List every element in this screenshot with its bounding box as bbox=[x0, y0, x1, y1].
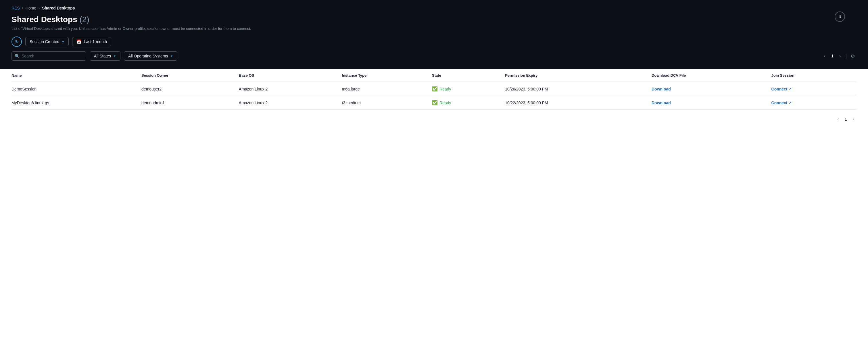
page-description: List of Virtual Desktops shared with you… bbox=[11, 26, 857, 31]
cell-os-1: Amazon Linux 2 bbox=[239, 96, 342, 110]
col-download-dcv: Download DCV File bbox=[652, 69, 771, 82]
table-row: DemoSession demouser2 Amazon Linux 2 m6a… bbox=[11, 82, 857, 96]
page-count: (2) bbox=[80, 15, 89, 24]
ready-icon-0: ✅ bbox=[432, 86, 438, 92]
cell-expiry-0: 10/26/2023, 5:00:00 PM bbox=[505, 82, 652, 96]
cell-download-1[interactable]: Download bbox=[652, 96, 771, 110]
breadcrumb-current: Shared Desktops bbox=[42, 6, 75, 10]
info-button[interactable]: ℹ bbox=[835, 11, 845, 22]
refresh-icon: ↻ bbox=[15, 39, 19, 44]
current-page-number: 1 bbox=[830, 54, 835, 58]
ready-icon-1: ✅ bbox=[432, 100, 438, 105]
breadcrumb-home[interactable]: Home bbox=[26, 6, 36, 10]
external-link-icon-0: ↗ bbox=[789, 87, 792, 91]
chevron-icon-2: › bbox=[38, 6, 40, 10]
connect-link-1[interactable]: Connect ↗ bbox=[771, 100, 852, 105]
all-states-dropdown[interactable]: All States ▼ bbox=[90, 52, 120, 61]
session-created-dropdown[interactable]: Session Created ▼ bbox=[25, 37, 69, 46]
bottom-page-number: 1 bbox=[843, 117, 848, 122]
cell-owner-1: demoadmin1 bbox=[142, 96, 239, 110]
session-created-label: Session Created bbox=[30, 39, 60, 44]
bottom-prev-button[interactable]: ‹ bbox=[835, 116, 841, 123]
table-header-row: Name Session Owner Base OS Instance Type… bbox=[11, 69, 857, 82]
prev-page-button[interactable]: ‹ bbox=[822, 52, 828, 60]
filters-row-1: ↻ Session Created ▼ 📅 Last 1 month bbox=[11, 36, 857, 47]
col-permission-expiry: Permission Expiry bbox=[505, 69, 652, 82]
search-input[interactable] bbox=[11, 52, 86, 61]
state-label-1: Ready bbox=[439, 100, 451, 105]
cell-connect-0[interactable]: Connect ↗ bbox=[771, 82, 857, 96]
cell-instance-1: t3.medium bbox=[342, 96, 432, 110]
states-dropdown-arrow-icon: ▼ bbox=[113, 55, 116, 58]
search-wrapper: 🔍 bbox=[11, 52, 86, 61]
col-base-os: Base OS bbox=[239, 69, 342, 82]
table-area: Name Session Owner Base OS Instance Type… bbox=[0, 69, 868, 110]
download-link-1[interactable]: Download bbox=[652, 100, 767, 105]
breadcrumb: RES › Home › Shared Desktops bbox=[11, 6, 857, 10]
col-instance-type: Instance Type bbox=[342, 69, 432, 82]
calendar-icon: 📅 bbox=[76, 39, 81, 44]
cell-download-0[interactable]: Download bbox=[652, 82, 771, 96]
cell-owner-0: demouser2 bbox=[142, 82, 239, 96]
cell-expiry-1: 10/22/2023, 5:00:00 PM bbox=[505, 96, 652, 110]
search-filter-row: 🔍 All States ▼ All Operating Systems ▼ ‹… bbox=[11, 52, 857, 61]
table-row: MyDesktop6-linux-gs demoadmin1 Amazon Li… bbox=[11, 96, 857, 110]
cell-os-0: Amazon Linux 2 bbox=[239, 82, 342, 96]
divider: | bbox=[845, 53, 847, 59]
cell-connect-1[interactable]: Connect ↗ bbox=[771, 96, 857, 110]
cell-name-1: MyDesktop6-linux-gs bbox=[11, 96, 142, 110]
connect-link-0[interactable]: Connect ↗ bbox=[771, 87, 852, 91]
col-join-session: Join Session bbox=[771, 69, 857, 82]
external-link-icon-1: ↗ bbox=[789, 101, 792, 105]
cell-state-0: ✅ Ready bbox=[432, 82, 505, 96]
page-title: Shared Desktops (2) bbox=[11, 15, 857, 24]
download-link-0[interactable]: Download bbox=[652, 87, 767, 91]
chevron-icon-1: › bbox=[22, 6, 23, 10]
last-month-label: Last 1 month bbox=[84, 39, 107, 44]
cell-state-1: ✅ Ready bbox=[432, 96, 505, 110]
info-icon: ℹ bbox=[839, 14, 841, 19]
all-states-label: All States bbox=[94, 54, 111, 58]
col-session-owner: Session Owner bbox=[142, 69, 239, 82]
next-page-button[interactable]: › bbox=[837, 52, 843, 60]
breadcrumb-res[interactable]: RES bbox=[11, 6, 20, 10]
all-os-dropdown[interactable]: All Operating Systems ▼ bbox=[124, 52, 177, 61]
dropdown-arrow-icon: ▼ bbox=[62, 40, 65, 43]
cell-instance-0: m6a.large bbox=[342, 82, 432, 96]
sessions-table: Name Session Owner Base OS Instance Type… bbox=[11, 69, 857, 110]
table-settings-button[interactable]: ⚙ bbox=[849, 52, 857, 60]
header-pagination: ‹ 1 › | ⚙ bbox=[822, 52, 857, 60]
col-name: Name bbox=[11, 69, 142, 82]
settings-icon: ⚙ bbox=[851, 54, 855, 59]
refresh-button[interactable]: ↻ bbox=[11, 36, 22, 47]
os-dropdown-arrow-icon: ▼ bbox=[170, 55, 173, 58]
all-os-label: All Operating Systems bbox=[128, 54, 168, 58]
cell-name-0: DemoSession bbox=[11, 82, 142, 96]
last-month-dropdown[interactable]: 📅 Last 1 month bbox=[72, 37, 111, 46]
bottom-pagination: ‹ 1 › bbox=[0, 110, 868, 129]
col-state: State bbox=[432, 69, 505, 82]
bottom-next-button[interactable]: › bbox=[850, 116, 857, 123]
state-label-0: Ready bbox=[439, 87, 451, 91]
